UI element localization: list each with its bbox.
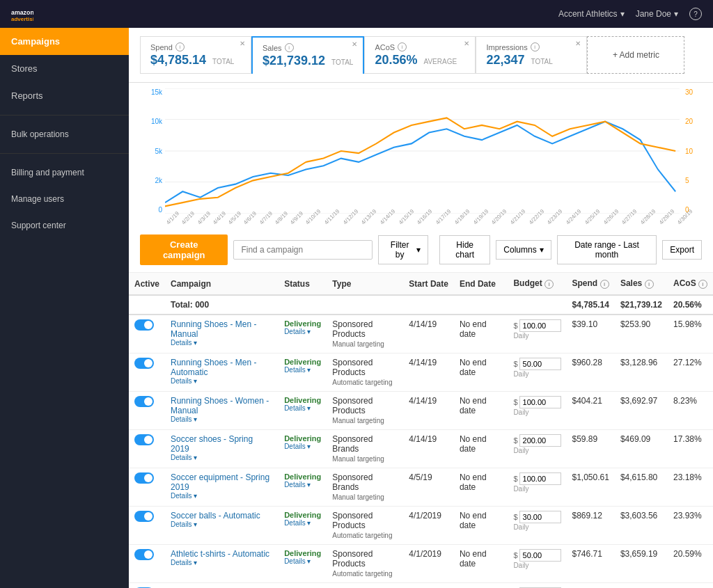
budget-input-2[interactable] <box>519 358 561 370</box>
budget-daily-1: Daily <box>513 332 561 340</box>
details-link-2[interactable]: Details ▾ <box>171 377 273 385</box>
metrics-bar: ✕ Spend i $4,785.14 TOTAL ✕ Sales i <box>129 28 713 83</box>
table-row: Soccer shoes - Spring 2019 Details ▾ Del… <box>129 430 713 468</box>
start-date-7: 4/1/2019 <box>403 545 454 583</box>
sidebar-item-reports[interactable]: Reports <box>0 82 129 109</box>
acos-info-icon[interactable]: i <box>698 280 707 289</box>
spend-2: $960.28 <box>567 353 615 392</box>
campaign-link-5[interactable]: Soccer equipment - Spring 2019 <box>171 472 269 492</box>
status-details-link-2[interactable]: Details ▾ <box>284 366 321 374</box>
metric-value-acos: 20.56% AVERAGE <box>375 53 465 67</box>
budget-info-icon[interactable]: i <box>544 280 554 289</box>
status-3: Delivering <box>284 396 321 404</box>
sidebar-item-campaigns[interactable]: Campaigns <box>0 28 129 55</box>
details-link-3[interactable]: Details ▾ <box>171 415 273 423</box>
campaign-link-7[interactable]: Athletic t-shirts - Automatic <box>171 549 269 559</box>
details-link-6[interactable]: Details ▾ <box>171 521 273 528</box>
metric-info-acos[interactable]: i <box>398 42 407 51</box>
campaign-link-1[interactable]: Running Shoes - Men - Manual <box>171 319 256 339</box>
sidebar-item-manage-users[interactable]: Manage users <box>0 186 129 212</box>
budget-input-4[interactable] <box>519 434 561 447</box>
spend-1: $39.10 <box>567 315 615 353</box>
sales-2: $3,128.96 <box>615 353 668 392</box>
end-date-5: No end date <box>454 468 508 507</box>
budget-input-6[interactable] <box>519 511 561 523</box>
budget-input-3[interactable] <box>519 396 561 408</box>
end-date-4: No end date <box>454 430 508 468</box>
create-campaign-button[interactable]: Create campaign <box>140 235 228 265</box>
th-end-date: End Date <box>454 273 508 295</box>
chart-x-labels: 4/1/19 4/2/19 4/3/19 4/4/19 4/5/19 4/6/1… <box>165 221 680 228</box>
budget-input-1[interactable] <box>519 319 561 332</box>
campaign-toggle-5[interactable] <box>134 472 154 484</box>
status-details-link-3[interactable]: Details ▾ <box>284 404 321 412</box>
details-link-4[interactable]: Details ▾ <box>171 454 273 461</box>
budget-input-7[interactable] <box>519 549 561 562</box>
metric-close-sales[interactable]: ✕ <box>352 40 357 48</box>
user-name: Jane Doe <box>636 9 671 19</box>
campaigns-table: Active Campaign Status Type Start Date E… <box>129 273 713 588</box>
budget-daily-2: Daily <box>513 370 561 378</box>
filter-button[interactable]: Filter by ▾ <box>378 235 428 264</box>
account-name: Accent Athletics <box>558 9 618 19</box>
campaign-toggle-7[interactable] <box>134 549 154 560</box>
sidebar-item-bulk-operations[interactable]: Bulk operations <box>0 121 129 148</box>
user-menu[interactable]: Jane Doe ▾ <box>636 9 678 19</box>
budget-daily-5: Daily <box>513 485 561 493</box>
metric-info-spend[interactable]: i <box>175 42 185 51</box>
table-row: Athletic t-shirts - Automatic Details ▾ … <box>129 545 713 583</box>
account-selector[interactable]: Accent Athletics ▾ <box>558 9 625 19</box>
campaign-toggle-4[interactable] <box>134 434 154 445</box>
campaign-toggle-6[interactable] <box>134 511 154 522</box>
total-label: Total: 000 <box>165 295 279 315</box>
campaign-link-3[interactable]: Running Shoes - Women - Manual <box>171 396 269 415</box>
campaign-link-2[interactable]: Running Shoes - Men - Automatic <box>171 358 256 377</box>
end-date-8: No end date <box>454 583 508 589</box>
chart-area: 15k 10k 5k 2k 0 30 20 10 5 0 <box>129 83 713 228</box>
status-details-link-6[interactable]: Details ▾ <box>284 519 321 527</box>
budget-input-5[interactable] <box>519 472 561 485</box>
campaign-toggle-2[interactable] <box>134 358 154 369</box>
search-input[interactable] <box>233 240 373 260</box>
status-details-link-1[interactable]: Details ▾ <box>284 328 321 335</box>
campaign-link-6[interactable]: Soccer balls - Automatic <box>171 511 260 521</box>
metric-close-acos[interactable]: ✕ <box>464 40 469 47</box>
columns-button[interactable]: Columns ▾ <box>496 240 551 260</box>
status-1: Delivering <box>284 319 321 328</box>
date-range-button[interactable]: Date range - Last month <box>557 235 657 264</box>
status-details-link-5[interactable]: Details ▾ <box>284 481 321 488</box>
metric-info-sales[interactable]: i <box>285 43 294 52</box>
details-link-7[interactable]: Details ▾ <box>171 559 273 566</box>
table-row: Running Shoes - Men - Automatic Details … <box>129 353 713 392</box>
spend-info-icon[interactable]: i <box>600 280 609 289</box>
add-metric-button[interactable]: + Add metric <box>587 36 684 74</box>
metric-close-impressions[interactable]: ✕ <box>575 40 581 47</box>
sales-8: $1,309.60 <box>615 583 668 589</box>
metric-info-impressions[interactable]: i <box>531 42 540 51</box>
svg-text:advertising: advertising <box>11 16 33 22</box>
status-details-link-7[interactable]: Details ▾ <box>284 557 321 565</box>
sidebar-item-billing[interactable]: Billing and payment <box>0 159 129 186</box>
metric-card-acos: ✕ ACoS i 20.56% AVERAGE <box>364 36 476 74</box>
sidebar-item-support[interactable]: Support center <box>0 212 129 239</box>
metric-close-spend[interactable]: ✕ <box>240 40 245 47</box>
type-6: Sponsored ProductsAutomatic targeting <box>327 507 403 545</box>
start-date-5: 4/5/19 <box>403 468 454 507</box>
details-link-5[interactable]: Details ▾ <box>171 492 273 500</box>
hide-chart-button[interactable]: Hide chart <box>439 235 490 264</box>
acos-4: 17.38% <box>668 430 713 468</box>
status-details-link-4[interactable]: Details ▾ <box>284 443 321 450</box>
details-link-1[interactable]: Details ▾ <box>171 339 273 347</box>
end-date-7: No end date <box>454 545 508 583</box>
type-8: Sponsored ProductsAutomatic targeting <box>327 583 403 589</box>
help-button[interactable]: ? <box>689 8 702 20</box>
sidebar-item-stores[interactable]: Stores <box>0 55 129 82</box>
campaign-link-4[interactable]: Soccer shoes - Spring 2019 <box>171 434 253 454</box>
status-5: Delivering <box>284 472 321 481</box>
status-2: Delivering <box>284 358 321 366</box>
export-button[interactable]: Export <box>662 240 702 260</box>
logo: amazon advertising <box>11 3 33 25</box>
campaign-toggle-3[interactable] <box>134 396 154 407</box>
campaign-toggle-1[interactable] <box>134 319 154 331</box>
sales-info-icon[interactable]: i <box>645 280 654 289</box>
